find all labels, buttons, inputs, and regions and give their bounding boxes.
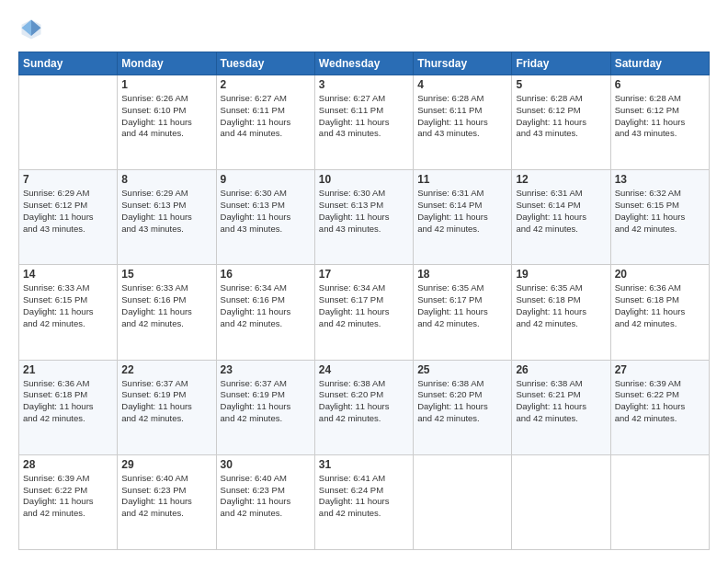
cell-info: Sunrise: 6:40 AM Sunset: 6:23 PM Dayligh…	[121, 473, 211, 520]
cell-info: Sunrise: 6:33 AM Sunset: 6:16 PM Dayligh…	[121, 282, 211, 329]
calendar-cell: 12Sunrise: 6:31 AM Sunset: 6:14 PM Dayli…	[512, 170, 610, 265]
cell-info: Sunrise: 6:34 AM Sunset: 6:17 PM Dayligh…	[319, 282, 409, 329]
cell-info: Sunrise: 6:41 AM Sunset: 6:24 PM Dayligh…	[319, 473, 409, 520]
cell-info: Sunrise: 6:32 AM Sunset: 6:15 PM Dayligh…	[615, 188, 705, 235]
day-number: 29	[121, 458, 211, 471]
calendar-cell: 18Sunrise: 6:35 AM Sunset: 6:17 PM Dayli…	[414, 265, 512, 360]
weekday-header-sunday: Sunday	[19, 52, 118, 75]
cell-info: Sunrise: 6:40 AM Sunset: 6:23 PM Dayligh…	[221, 473, 311, 520]
day-number: 16	[221, 268, 311, 281]
cell-info: Sunrise: 6:31 AM Sunset: 6:14 PM Dayligh…	[417, 188, 507, 235]
cell-info: Sunrise: 6:29 AM Sunset: 6:13 PM Dayligh…	[121, 188, 211, 235]
cell-info: Sunrise: 6:39 AM Sunset: 6:22 PM Dayligh…	[615, 378, 705, 425]
day-number: 14	[23, 268, 113, 281]
cell-info: Sunrise: 6:27 AM Sunset: 6:11 PM Dayligh…	[319, 93, 409, 140]
calendar-cell: 17Sunrise: 6:34 AM Sunset: 6:17 PM Dayli…	[314, 265, 413, 360]
calendar-cell	[512, 454, 610, 549]
day-number: 23	[221, 363, 311, 376]
cell-info: Sunrise: 6:37 AM Sunset: 6:19 PM Dayligh…	[121, 378, 211, 425]
day-number: 10	[319, 173, 409, 186]
cell-info: Sunrise: 6:36 AM Sunset: 6:18 PM Dayligh…	[615, 282, 705, 329]
week-row-2: 7Sunrise: 6:29 AM Sunset: 6:12 PM Daylig…	[19, 170, 710, 265]
day-number: 15	[121, 268, 211, 281]
day-number: 1	[121, 78, 211, 91]
week-row-4: 21Sunrise: 6:36 AM Sunset: 6:18 PM Dayli…	[19, 360, 710, 454]
calendar-table: SundayMondayTuesdayWednesdayThursdayFrid…	[18, 52, 710, 550]
day-number: 24	[319, 363, 409, 376]
calendar-cell: 20Sunrise: 6:36 AM Sunset: 6:18 PM Dayli…	[610, 265, 709, 360]
day-number: 2	[221, 78, 311, 91]
day-number: 26	[516, 363, 606, 376]
cell-info: Sunrise: 6:30 AM Sunset: 6:13 PM Dayligh…	[221, 188, 311, 235]
day-number: 8	[121, 173, 211, 186]
day-number: 18	[417, 268, 507, 281]
page: SundayMondayTuesdayWednesdayThursdayFrid…	[0, 0, 728, 563]
day-number: 20	[615, 268, 705, 281]
cell-info: Sunrise: 6:33 AM Sunset: 6:15 PM Dayligh…	[23, 282, 113, 329]
weekday-header-saturday: Saturday	[610, 52, 709, 75]
weekday-header-tuesday: Tuesday	[216, 52, 314, 75]
day-number: 12	[516, 173, 606, 186]
day-number: 28	[23, 458, 113, 471]
calendar-cell: 3Sunrise: 6:27 AM Sunset: 6:11 PM Daylig…	[314, 75, 413, 170]
logo	[18, 17, 48, 42]
day-number: 13	[615, 173, 705, 186]
calendar-cell: 19Sunrise: 6:35 AM Sunset: 6:18 PM Dayli…	[512, 265, 610, 360]
calendar-cell: 4Sunrise: 6:28 AM Sunset: 6:11 PM Daylig…	[414, 75, 512, 170]
cell-info: Sunrise: 6:28 AM Sunset: 6:12 PM Dayligh…	[615, 93, 705, 140]
day-number: 3	[319, 78, 409, 91]
day-number: 5	[516, 78, 606, 91]
cell-info: Sunrise: 6:34 AM Sunset: 6:16 PM Dayligh…	[221, 282, 311, 329]
cell-info: Sunrise: 6:30 AM Sunset: 6:13 PM Dayligh…	[319, 188, 409, 235]
cell-info: Sunrise: 6:28 AM Sunset: 6:11 PM Dayligh…	[417, 93, 507, 140]
calendar-cell: 15Sunrise: 6:33 AM Sunset: 6:16 PM Dayli…	[118, 265, 216, 360]
cell-info: Sunrise: 6:37 AM Sunset: 6:19 PM Dayligh…	[221, 378, 311, 425]
day-number: 7	[23, 173, 113, 186]
day-number: 19	[516, 268, 606, 281]
weekday-header-wednesday: Wednesday	[314, 52, 413, 75]
calendar-cell: 14Sunrise: 6:33 AM Sunset: 6:15 PM Dayli…	[19, 265, 118, 360]
calendar-cell: 23Sunrise: 6:37 AM Sunset: 6:19 PM Dayli…	[216, 360, 314, 454]
calendar-cell: 26Sunrise: 6:38 AM Sunset: 6:21 PM Dayli…	[512, 360, 610, 454]
cell-info: Sunrise: 6:38 AM Sunset: 6:20 PM Dayligh…	[319, 378, 409, 425]
calendar-cell	[610, 454, 709, 549]
cell-info: Sunrise: 6:35 AM Sunset: 6:17 PM Dayligh…	[417, 282, 507, 329]
cell-info: Sunrise: 6:35 AM Sunset: 6:18 PM Dayligh…	[516, 282, 606, 329]
calendar-cell: 13Sunrise: 6:32 AM Sunset: 6:15 PM Dayli…	[610, 170, 709, 265]
cell-info: Sunrise: 6:39 AM Sunset: 6:22 PM Dayligh…	[23, 473, 113, 520]
calendar-cell: 1Sunrise: 6:26 AM Sunset: 6:10 PM Daylig…	[118, 75, 216, 170]
cell-info: Sunrise: 6:38 AM Sunset: 6:20 PM Dayligh…	[417, 378, 507, 425]
cell-info: Sunrise: 6:27 AM Sunset: 6:11 PM Dayligh…	[221, 93, 311, 140]
cell-info: Sunrise: 6:31 AM Sunset: 6:14 PM Dayligh…	[516, 188, 606, 235]
logo-icon	[18, 17, 44, 42]
calendar-cell: 31Sunrise: 6:41 AM Sunset: 6:24 PM Dayli…	[314, 454, 413, 549]
day-number: 9	[221, 173, 311, 186]
week-row-1: 1Sunrise: 6:26 AM Sunset: 6:10 PM Daylig…	[19, 75, 710, 170]
calendar-cell: 2Sunrise: 6:27 AM Sunset: 6:11 PM Daylig…	[216, 75, 314, 170]
calendar-cell: 28Sunrise: 6:39 AM Sunset: 6:22 PM Dayli…	[19, 454, 118, 549]
day-number: 22	[121, 363, 211, 376]
calendar-cell: 30Sunrise: 6:40 AM Sunset: 6:23 PM Dayli…	[216, 454, 314, 549]
week-row-5: 28Sunrise: 6:39 AM Sunset: 6:22 PM Dayli…	[19, 454, 710, 549]
calendar-cell: 11Sunrise: 6:31 AM Sunset: 6:14 PM Dayli…	[414, 170, 512, 265]
day-number: 30	[221, 458, 311, 471]
day-number: 21	[23, 363, 113, 376]
weekday-header-row: SundayMondayTuesdayWednesdayThursdayFrid…	[19, 52, 710, 75]
calendar-cell: 27Sunrise: 6:39 AM Sunset: 6:22 PM Dayli…	[610, 360, 709, 454]
cell-info: Sunrise: 6:38 AM Sunset: 6:21 PM Dayligh…	[516, 378, 606, 425]
day-number: 11	[417, 173, 507, 186]
calendar-cell: 7Sunrise: 6:29 AM Sunset: 6:12 PM Daylig…	[19, 170, 118, 265]
calendar-cell: 10Sunrise: 6:30 AM Sunset: 6:13 PM Dayli…	[314, 170, 413, 265]
header	[18, 17, 710, 42]
day-number: 6	[615, 78, 705, 91]
cell-info: Sunrise: 6:28 AM Sunset: 6:12 PM Dayligh…	[516, 93, 606, 140]
calendar-cell	[414, 454, 512, 549]
day-number: 27	[615, 363, 705, 376]
calendar-cell: 21Sunrise: 6:36 AM Sunset: 6:18 PM Dayli…	[19, 360, 118, 454]
day-number: 4	[417, 78, 507, 91]
calendar-cell: 29Sunrise: 6:40 AM Sunset: 6:23 PM Dayli…	[118, 454, 216, 549]
calendar-cell	[19, 75, 118, 170]
cell-info: Sunrise: 6:29 AM Sunset: 6:12 PM Dayligh…	[23, 188, 113, 235]
weekday-header-friday: Friday	[512, 52, 610, 75]
day-number: 31	[319, 458, 409, 471]
